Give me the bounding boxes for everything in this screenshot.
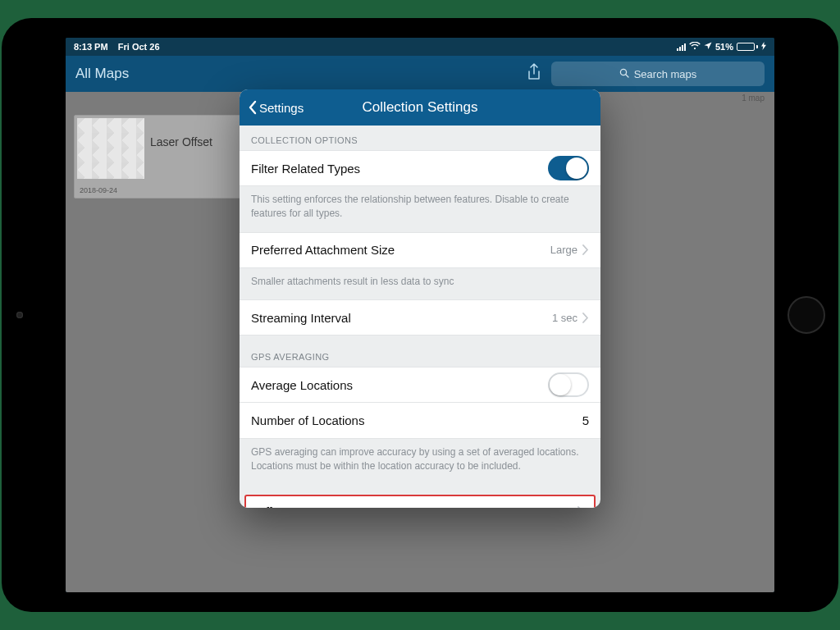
row-offset[interactable]: Offset None [244, 495, 596, 508]
battery-percent: 51% [715, 42, 733, 52]
map-card[interactable]: Laser Offset 2018-09-24 [74, 115, 248, 199]
map-card-date: 2018-09-24 [80, 186, 117, 194]
navbar-title: All Maps [75, 66, 129, 82]
status-time: 8:13 PM [74, 42, 108, 52]
row-number-locations[interactable]: Number of Locations 5 [240, 403, 600, 439]
status-bar: 8:13 PM Fri Oct 26 51% [66, 38, 774, 56]
chevron-left-icon [248, 100, 258, 115]
row-label: Average Locations [251, 378, 548, 392]
toggle-average-locations[interactable] [548, 372, 589, 397]
row-value: None [546, 505, 571, 508]
map-thumbnail [77, 118, 144, 179]
svg-line-1 [626, 75, 628, 77]
status-date: Fri Oct 26 [118, 42, 160, 52]
gps-footer: GPS averaging can improve accuracy by us… [240, 439, 600, 485]
battery-icon [737, 43, 758, 51]
section-header-gps: GPS AVERAGING [240, 336, 600, 367]
navbar: All Maps Search maps [66, 56, 774, 92]
front-camera [16, 312, 23, 318]
search-input[interactable]: Search maps [551, 62, 765, 86]
row-value: 1 sec [552, 312, 578, 324]
home-button[interactable] [788, 296, 825, 334]
attachment-footer: Smaller attachments result in less data … [240, 268, 600, 300]
row-value: Large [550, 244, 578, 256]
row-streaming-interval[interactable]: Streaming Interval 1 sec [240, 299, 600, 336]
collection-settings-modal: Settings Collection Settings COLLECTION … [240, 89, 600, 508]
row-attachment-size[interactable]: Preferred Attachment Size Large [240, 232, 600, 268]
chevron-right-icon [582, 313, 589, 323]
share-button[interactable] [527, 63, 541, 84]
row-label: Filter Related Types [251, 162, 548, 176]
row-value: 5 [582, 413, 589, 427]
section-header-collection: COLLECTION OPTIONS [240, 126, 600, 150]
cellular-icon [677, 43, 686, 51]
chevron-right-icon [578, 506, 584, 508]
search-placeholder: Search maps [634, 68, 697, 80]
toggle-filter-related[interactable] [548, 156, 589, 180]
modal-header: Settings Collection Settings [240, 89, 600, 126]
map-count-label: 1 map [742, 94, 765, 103]
chevron-right-icon [582, 244, 589, 255]
row-filter-related-types[interactable]: Filter Related Types [240, 150, 600, 186]
map-card-name: Laser Offset [150, 135, 212, 148]
row-label: Offset [256, 504, 546, 508]
screen: 8:13 PM Fri Oct 26 51% [66, 38, 774, 592]
back-button[interactable]: Settings [248, 100, 304, 115]
row-average-locations[interactable]: Average Locations [240, 367, 600, 403]
search-icon [619, 68, 629, 80]
back-label: Settings [259, 101, 304, 115]
location-icon [704, 42, 712, 52]
row-label: Number of Locations [251, 413, 582, 427]
row-label: Preferred Attachment Size [251, 243, 550, 257]
filter-footer: This setting enforces the relationship b… [240, 186, 600, 232]
row-label: Streaming Interval [251, 311, 552, 325]
wifi-icon [689, 42, 701, 52]
svg-point-0 [620, 69, 626, 75]
ipad-frame: 8:13 PM Fri Oct 26 51% [2, 18, 838, 612]
charging-icon [761, 42, 766, 52]
